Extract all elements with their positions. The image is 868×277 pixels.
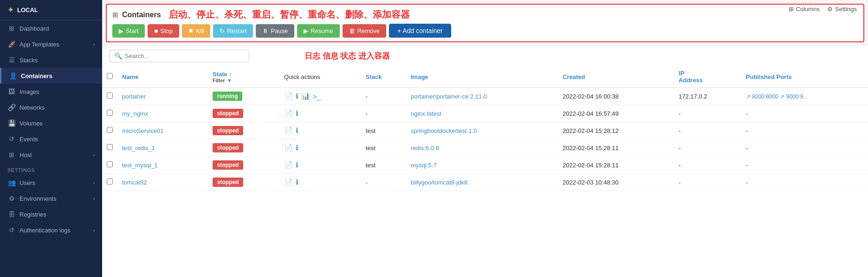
kill-icon: ✖: [188, 27, 194, 34]
name-header[interactable]: Name: [117, 66, 208, 88]
table-row: test_mysql_1 stopped 📄 ℹ test mysql:5.7 …: [102, 157, 868, 174]
sidebar-item-label: Images: [19, 88, 39, 95]
inspect-icon[interactable]: ℹ: [296, 109, 298, 118]
stats-icon[interactable]: 📊: [301, 92, 310, 100]
auth-logs-icon: ↺: [7, 226, 16, 234]
table-annotation: 日志 信息 状态 进入容器: [304, 51, 390, 61]
row-ports-cell: -: [741, 122, 868, 139]
stack-header[interactable]: Stack: [361, 66, 406, 88]
image-link[interactable]: nginx:latest: [411, 110, 441, 117]
start-button[interactable]: ▶ Start: [112, 24, 145, 38]
inspect-icon[interactable]: ℹ: [296, 161, 298, 169]
sidebar-item-users[interactable]: 👥 Users ›: [0, 175, 102, 191]
row-actions-cell: 📄 ℹ: [279, 139, 361, 157]
row-ip-cell: -: [674, 105, 741, 122]
columns-button[interactable]: ⊞ Columns: [789, 6, 820, 13]
status-badge: running: [213, 92, 243, 101]
image-link[interactable]: springbootdockertest:1.0: [411, 127, 477, 134]
state-header[interactable]: State ↕ Filter ▼: [208, 66, 279, 88]
row-image-cell: redis:6.0.8: [406, 139, 558, 157]
table-row: my_nginx stopped 📄 ℹ - nginx:latest 2022…: [102, 105, 868, 122]
container-name-link[interactable]: tomcat82: [122, 179, 147, 186]
remove-button[interactable]: 🗑 Remove: [343, 24, 386, 38]
image-link[interactable]: mysql:5.7: [411, 162, 437, 169]
row-checkbox[interactable]: [107, 144, 113, 150]
row-checkbox[interactable]: [107, 92, 113, 99]
inspect-icon[interactable]: ℹ: [296, 92, 298, 100]
filter-icon[interactable]: ▼: [227, 78, 232, 83]
sidebar-item-images[interactable]: 🖼 Images: [0, 84, 102, 99]
logs-icon[interactable]: 📄: [284, 144, 293, 152]
sidebar-item-networks[interactable]: 🔗 Networks: [0, 99, 102, 115]
sidebar-item-containers[interactable]: 👤 Containers: [0, 68, 102, 84]
volumes-icon: 💾: [7, 119, 16, 127]
container-name-link[interactable]: microService01: [122, 127, 164, 134]
ip-header[interactable]: IPAddress: [674, 66, 741, 88]
quick-actions: 📄 ℹ: [284, 126, 356, 135]
dashboard-icon: ⊞: [7, 25, 16, 32]
row-checkbox[interactable]: [107, 161, 113, 167]
restart-button[interactable]: ↻ Restart: [213, 24, 253, 38]
logs-icon[interactable]: 📄: [284, 161, 293, 169]
sidebar-item-label: Users: [19, 179, 35, 186]
chevron-right-icon: ›: [93, 42, 95, 47]
logs-icon[interactable]: 📄: [284, 109, 293, 118]
sidebar-item-registries[interactable]: 🗄 Registries: [0, 206, 102, 222]
ports-header[interactable]: Published Ports: [741, 66, 868, 88]
exec-icon[interactable]: >_: [313, 92, 321, 100]
inspect-icon[interactable]: ℹ: [296, 178, 298, 186]
container-icon-title: ⊞: [112, 11, 118, 19]
resume-button[interactable]: ▶ Resume: [297, 24, 339, 38]
kill-button[interactable]: ✖ Kill: [182, 24, 210, 38]
row-checkbox-cell: [102, 157, 117, 174]
sidebar-item-environments[interactable]: ⚙ Environments ›: [0, 191, 102, 206]
toolbar-buttons: ▶ Start ■ Stop ✖ Kill ↻ Restart ⏸ Pause …: [112, 24, 858, 38]
host-icon: ⊞: [7, 151, 16, 158]
add-container-button[interactable]: + Add container: [389, 24, 451, 38]
container-name-link[interactable]: my_nginx: [122, 110, 148, 117]
toolbar-title-row: ⊞ Containers 启动、停止、杀死、重启、暂停、重命名、删除、添加容器: [112, 8, 858, 21]
container-name-link[interactable]: test_mysql_1: [122, 162, 158, 169]
inspect-icon[interactable]: ℹ: [296, 144, 298, 152]
port-link[interactable]: ↗ 8000:8000: [746, 93, 778, 100]
image-link[interactable]: billygoo/tomcat8-jdk8: [411, 179, 467, 186]
row-stack-cell: -: [361, 174, 406, 191]
networks-icon: 🔗: [7, 104, 16, 111]
sidebar-item-volumes[interactable]: 💾 Volumes: [0, 115, 102, 131]
inspect-icon[interactable]: ℹ: [296, 126, 298, 135]
stop-button[interactable]: ■ Stop: [148, 24, 179, 38]
gear-icon: ⚙: [827, 6, 833, 13]
search-input[interactable]: [125, 53, 244, 59]
container-name-link[interactable]: test_redis_1: [122, 145, 155, 152]
sidebar-item-host[interactable]: ⊞ Host ›: [0, 147, 102, 163]
row-ports-cell: -: [741, 157, 868, 174]
pause-button[interactable]: ⏸ Pause: [256, 24, 294, 38]
container-name-link[interactable]: portainer: [122, 93, 146, 100]
sidebar-item-auth-logs[interactable]: ↺ Authentication logs ›: [0, 222, 102, 238]
search-row: 🔍 日志 信息 状态 进入容器: [102, 46, 868, 66]
sidebar-item-events[interactable]: ↺ Events: [0, 131, 102, 147]
logs-icon[interactable]: 📄: [284, 178, 293, 186]
sidebar-item-app-templates[interactable]: 🚀 App Templates ›: [0, 36, 102, 52]
row-ports-cell: -: [741, 139, 868, 157]
created-header[interactable]: Created: [558, 66, 674, 88]
image-link[interactable]: portainer/portainer-ce:2.11.0: [411, 93, 487, 100]
logs-icon[interactable]: 📄: [284, 92, 293, 100]
row-checkbox[interactable]: [107, 110, 113, 116]
image-header[interactable]: Image: [406, 66, 558, 88]
chevron-right-icon: ›: [93, 180, 95, 185]
row-actions-cell: 📄 ℹ: [279, 174, 361, 191]
sidebar-item-stacks[interactable]: ☰ Stacks: [0, 52, 102, 68]
table-row: tomcat82 stopped 📄 ℹ - billygoo/tomcat8-…: [102, 174, 868, 191]
sidebar-item-dashboard[interactable]: ⊞ Dashboard: [0, 20, 102, 36]
settings-button[interactable]: ⚙ Settings: [827, 6, 857, 13]
logs-icon[interactable]: 📄: [284, 126, 293, 135]
image-link[interactable]: redis:6.0.8: [411, 145, 439, 152]
port-link[interactable]: ↗ 9000:9...: [780, 93, 808, 100]
select-all-checkbox[interactable]: [107, 73, 113, 79]
row-ip-cell: 172.17.0.2: [674, 88, 741, 105]
row-checkbox[interactable]: [107, 127, 113, 133]
restart-icon: ↻: [220, 27, 225, 34]
row-checkbox[interactable]: [107, 178, 113, 185]
row-stack-cell: test: [361, 122, 406, 139]
